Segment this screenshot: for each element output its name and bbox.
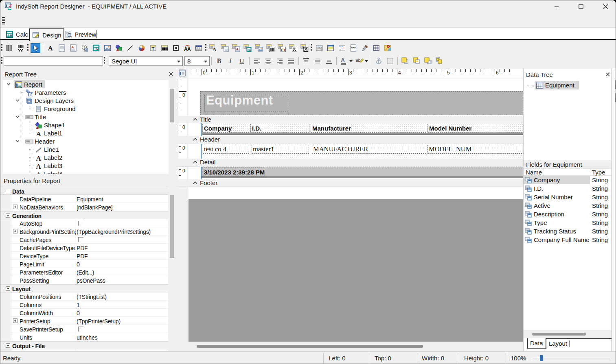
tree-expand-caret-icon[interactable] [6,82,11,87]
field-row-company-full-name[interactable]: Company Full NameString [524,235,612,244]
field-row-tracking-status[interactable]: Tracking StatusString [524,227,612,235]
tree-expand-caret-icon[interactable] [15,114,20,119]
bring-to-front-button[interactable] [400,56,410,66]
crosstab-button[interactable] [337,43,347,53]
property-value[interactable]: [ndBlankPage] [77,204,167,211]
property-row-defaultfiledevicetype[interactable]: DefaultFileDeviceTypePDF [0,244,168,252]
align-right-button[interactable] [275,56,285,66]
collapse-icon[interactable] [6,189,10,193]
tree-item-design-layers[interactable]: Design Layers [3,96,175,105]
system-variable-button[interactable]: 2 [80,43,90,53]
italic-button[interactable]: I [226,56,235,66]
zoom-slider-track[interactable] [533,358,610,358]
barcode-2d-button[interactable] [16,43,26,53]
detail-field-text[interactable]: MANUFACTURER [313,145,368,153]
dbmemo-button[interactable] [220,43,230,53]
chart-button[interactable] [137,43,147,53]
field-row-type[interactable]: TypeString [524,218,612,227]
property-row-nodatabehaviors[interactable]: NoDataBehaviors[ndBlankPage] [0,203,168,211]
property-row-columnpositions[interactable]: ColumnPositions(TStringList) [0,292,168,301]
band-separator-detail[interactable]: Detail [176,159,523,167]
property-checkbox[interactable] [78,237,83,242]
tree-item-line1[interactable]: Line1 [3,145,175,153]
title-label[interactable]: Equipment [206,93,273,108]
paintbox-button[interactable] [360,43,370,53]
property-row-parameterseditor[interactable]: ParametersEditor(Edit...) [0,268,168,276]
band-separator-footer[interactable]: Footer [176,179,523,187]
close-button[interactable] [596,0,615,13]
property-category-generation[interactable]: Generation [0,211,168,219]
property-value[interactable]: (TStringList) [77,294,167,300]
toolbar-grip[interactable] [104,57,105,65]
tree-item-label3[interactable]: ALabel3 [3,161,175,170]
design-horizontal-scrollbar[interactable] [197,345,423,348]
tree-item-label2[interactable]: ALabel2 [3,153,175,161]
property-row-printersetup[interactable]: PrinterSetup(TppPrinterSetup) [0,317,168,325]
checkbox-button[interactable] [171,43,181,53]
table-grid-button[interactable] [194,43,204,53]
toolbar-grip[interactable] [1,57,2,65]
align-center-button[interactable] [263,56,273,66]
pointer-button[interactable] [31,43,40,53]
report-tree-scrollbar-thumb[interactable] [170,89,174,122]
tab-layout[interactable]: Layout [549,340,567,347]
line-button[interactable] [125,43,135,53]
font-name-combo[interactable]: Segoe UI [109,56,183,66]
image-button[interactable] [103,43,112,53]
property-value[interactable]: 1 [77,302,167,308]
frame-button[interactable] [385,56,395,66]
header-label[interactable]: I.D. [252,125,261,132]
band-detail[interactable]: test co 4master1MANUFACTURERMODEL_NUM [189,144,523,159]
dbbarcode-button[interactable] [265,43,275,53]
footer-timestamp[interactable]: 3/10/2023 2:39:28 PM [204,169,265,176]
property-row-units[interactable]: UnitsutInches [0,333,168,341]
header-underline[interactable] [202,133,523,135]
header-label[interactable]: Model Number [429,125,471,132]
header-label[interactable]: Manufacturer [312,125,351,132]
report-tree-close-icon[interactable] [168,71,175,78]
property-row-autostop[interactable]: AutoStop [0,219,168,227]
field-row-active[interactable]: ActiveString [524,201,612,210]
property-category-output-file[interactable]: Output - File [0,341,168,349]
collapse-icon[interactable] [6,213,10,218]
object-name-combo[interactable] [4,56,103,66]
minimize-button[interactable] [547,0,566,13]
valign-middle-button[interactable] [313,56,322,66]
font-size-combo[interactable]: 8 [184,56,210,66]
move-forward-button[interactable] [423,56,433,66]
char-case-button[interactable]: AA [182,43,192,53]
band-header[interactable]: CompanyI.D.ManufacturerModel Number [189,123,523,136]
tree-item-title[interactable]: textTitle [3,113,175,121]
property-value[interactable]: (TppPrinterSetup) [77,318,167,325]
send-to-back-button[interactable] [412,56,421,66]
tree-item-label4[interactable]: ALabel4 [3,170,175,174]
band-separator-header[interactable]: Header [176,136,523,144]
tree-item-label1[interactable]: ALabel1 [3,129,175,137]
db2dbarcode-button[interactable] [288,43,298,53]
band-collapse-icon[interactable] [193,181,198,185]
dbimage-button[interactable] [254,43,264,53]
detail-field-text[interactable]: MODEL_NUM [429,145,471,153]
expand-icon[interactable] [13,229,18,233]
zoom-slider-thumb[interactable] [540,355,543,361]
property-row-passsetting[interactable]: PassSettingpsOnePass [0,276,168,284]
fields-horizontal-scrollbar[interactable] [532,333,586,336]
barcode-button[interactable] [4,43,14,53]
toolbar-grip[interactable] [1,44,2,52]
grid-button[interactable] [371,43,381,53]
tree-item-shape1[interactable]: Shape1 [3,121,175,129]
property-row-columnwidth[interactable]: ColumnWidth0 [0,309,168,317]
property-value[interactable]: PDF [77,245,167,251]
tree-expand-caret-icon[interactable] [15,139,20,144]
font-color-button[interactable]: A [339,56,353,66]
column-header-name[interactable]: Name [526,169,542,176]
dbtext-button[interactable]: A [208,43,218,53]
subreport-button[interactable] [326,43,335,53]
property-value[interactable]: 0 [77,310,167,316]
align-left-button[interactable] [252,56,262,66]
dbrichtext-button[interactable]: A [231,43,241,53]
property-category-data[interactable]: Data [0,187,168,195]
dbcalc-button[interactable] [243,43,252,53]
highlight-color-button[interactable]: ab [355,56,368,66]
dock-grip[interactable] [2,17,5,24]
